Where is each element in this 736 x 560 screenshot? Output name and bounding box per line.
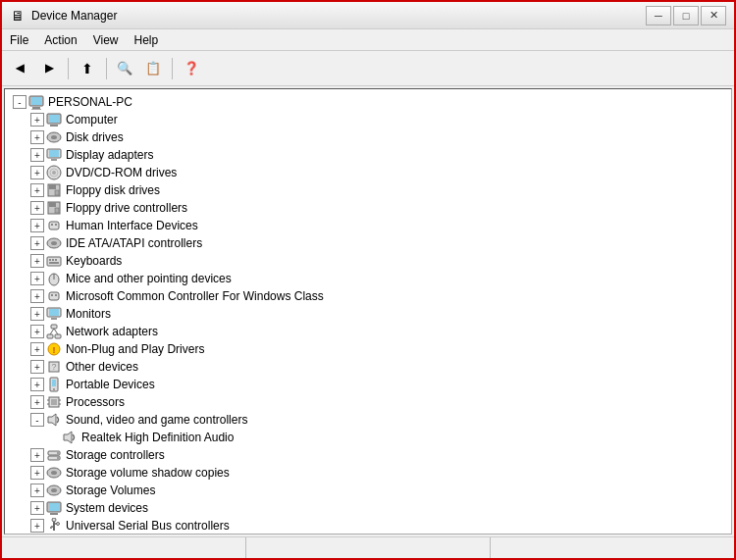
properties-button[interactable]: 📋 xyxy=(139,56,167,81)
network-expander[interactable]: + xyxy=(30,325,44,338)
realtek-label: Realtek High Definition Audio xyxy=(81,431,234,444)
dvd-expander[interactable]: + xyxy=(30,166,44,179)
tree-item-storage-vol[interactable]: + Storage Volumes xyxy=(5,482,731,499)
tree-item-sound[interactable]: - Sound, video and game controllers xyxy=(5,411,731,429)
tree-view[interactable]: - PERSONAL-PC + Computer + xyxy=(4,88,732,535)
tree-item-processors[interactable]: + Processors xyxy=(5,393,731,411)
root-expander[interactable]: - xyxy=(13,95,26,109)
tree-item-system[interactable]: + System devices xyxy=(5,499,731,517)
other-expander[interactable]: + xyxy=(30,360,44,374)
tree-item-other[interactable]: + ? Other devices xyxy=(5,358,731,376)
toolbar-separator-1 xyxy=(68,58,69,79)
tree-item-floppy-disk[interactable]: + Floppy disk drives xyxy=(5,181,731,199)
disk-expander[interactable]: + xyxy=(30,130,44,144)
maximize-button[interactable]: □ xyxy=(673,6,699,25)
toolbar-separator-3 xyxy=(172,58,173,79)
minimize-button[interactable]: ─ xyxy=(646,6,671,25)
tree-item-computer[interactable]: + Computer xyxy=(5,111,731,128)
svg-rect-26 xyxy=(47,257,61,266)
usb-expander[interactable]: + xyxy=(30,519,44,533)
storage-vol-expander[interactable]: + xyxy=(30,484,44,497)
tree-item-keyboards[interactable]: + Keyboards xyxy=(5,252,731,270)
tree-item-portable[interactable]: + Portable Devices xyxy=(5,376,731,393)
window-controls: ─ □ ✕ xyxy=(646,6,726,25)
title-bar: 🖥 Device Manager ─ □ ✕ xyxy=(2,2,734,29)
tree-root[interactable]: - PERSONAL-PC xyxy=(5,93,731,111)
computer-expander[interactable]: + xyxy=(30,113,44,127)
device-manager-window: 🖥 Device Manager ─ □ ✕ File Action View … xyxy=(0,0,736,560)
computer-label: Computer xyxy=(66,113,118,127)
display-label: Display adapters xyxy=(66,148,153,162)
floppy-disk-icon xyxy=(46,182,62,198)
floppy-disk-expander[interactable]: + xyxy=(30,183,44,197)
monitors-expander[interactable]: + xyxy=(30,307,44,321)
svg-rect-3 xyxy=(31,109,41,110)
back-button[interactable]: ◀ xyxy=(6,56,33,81)
disk-label: Disk drives xyxy=(66,130,124,144)
keyboards-expander[interactable]: + xyxy=(30,254,44,268)
system-label: System devices xyxy=(66,501,148,515)
svg-rect-27 xyxy=(49,259,51,261)
usb-icon xyxy=(46,518,62,534)
sound-label: Sound, video and game controllers xyxy=(66,413,247,427)
show-hide-button[interactable]: 🔍 xyxy=(112,56,137,81)
display-expander[interactable]: + xyxy=(30,148,44,162)
svg-rect-35 xyxy=(55,294,57,296)
shadow-expander[interactable]: + xyxy=(30,466,44,480)
storage-ctrl-expander[interactable]: + xyxy=(30,448,44,462)
forward-button[interactable]: ▶ xyxy=(35,56,63,81)
svg-point-8 xyxy=(51,135,57,139)
svg-point-71 xyxy=(52,518,56,522)
ms-expander[interactable]: + xyxy=(30,289,44,303)
tree-item-hid[interactable]: + Human Interface Devices xyxy=(5,217,731,234)
svg-rect-19 xyxy=(49,202,56,207)
tree-item-dvd[interactable]: + DVD/CD-ROM drives xyxy=(5,164,731,181)
tree-item-usb[interactable]: + Universal Serial Bus controllers xyxy=(5,517,731,535)
shadow-label: Storage volume shadow copies xyxy=(66,466,230,480)
system-expander[interactable]: + xyxy=(30,501,44,515)
menu-view[interactable]: View xyxy=(85,29,127,50)
tree-item-display[interactable]: + Display adapters xyxy=(5,146,731,164)
dvd-label: DVD/CD-ROM drives xyxy=(66,166,177,179)
svg-point-66 xyxy=(51,488,57,492)
close-button[interactable]: ✕ xyxy=(701,6,726,25)
mice-expander[interactable]: + xyxy=(30,272,44,285)
ms-icon xyxy=(46,288,62,304)
portable-expander[interactable]: + xyxy=(30,378,44,391)
title-icon: 🖥 xyxy=(10,8,26,24)
tree-item-disk-drives[interactable]: + Disk drives xyxy=(5,128,731,146)
realtek-icon xyxy=(62,430,78,445)
device-tree: - PERSONAL-PC + Computer + xyxy=(5,89,731,535)
tree-item-network[interactable]: + Network adapters xyxy=(5,323,731,340)
menu-help[interactable]: Help xyxy=(127,29,167,50)
floppy-ctrl-expander[interactable]: + xyxy=(30,201,44,215)
tree-item-ide[interactable]: + IDE ATA/ATAPI controllers xyxy=(5,234,731,252)
svg-point-64 xyxy=(51,471,57,475)
help-button[interactable]: ❓ xyxy=(178,56,205,81)
tree-item-shadow[interactable]: + Storage volume shadow copies xyxy=(5,464,731,482)
menu-action[interactable]: Action xyxy=(36,29,84,50)
svg-rect-20 xyxy=(55,208,59,213)
processors-expander[interactable]: + xyxy=(30,395,44,409)
ide-expander[interactable]: + xyxy=(30,236,44,250)
tree-item-monitors[interactable]: + Monitors xyxy=(5,305,731,323)
processors-label: Processors xyxy=(66,395,125,409)
network-icon xyxy=(46,324,62,339)
status-section-3 xyxy=(491,537,734,558)
nonplug-expander[interactable]: + xyxy=(30,342,44,356)
sound-expander[interactable]: - xyxy=(30,413,44,427)
tree-item-ms-common[interactable]: + Microsoft Common Controller For Window… xyxy=(5,287,731,305)
tree-item-nonplug[interactable]: + ! Non-Plug and Play Drivers xyxy=(5,340,731,358)
hid-expander[interactable]: + xyxy=(30,219,44,232)
menu-file[interactable]: File xyxy=(2,29,36,50)
disk-icon xyxy=(46,129,62,145)
shadow-icon xyxy=(46,465,62,481)
nonplug-icon: ! xyxy=(46,341,62,357)
tree-item-floppy-ctrl[interactable]: + Floppy drive controllers xyxy=(5,199,731,217)
tree-item-mice[interactable]: + Mice and other pointing devices xyxy=(5,270,731,287)
up-button[interactable]: ⬆ xyxy=(74,56,101,81)
tree-item-realtek[interactable]: Realtek High Definition Audio xyxy=(5,429,731,446)
tree-item-storage-ctrl[interactable]: + Storage controllers xyxy=(5,446,731,464)
floppy-ctrl-label: Floppy drive controllers xyxy=(66,201,187,215)
keyboards-icon xyxy=(46,253,62,269)
